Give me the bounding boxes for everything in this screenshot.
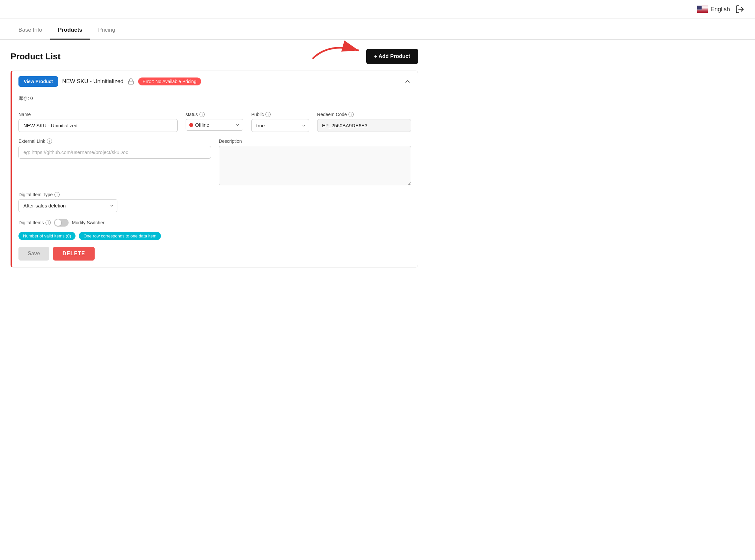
- modify-switcher-label: Modify Switcher: [72, 220, 104, 225]
- collapse-icon[interactable]: [404, 78, 411, 85]
- status-value: Offline: [195, 122, 233, 128]
- svg-rect-14: [697, 6, 701, 9]
- description-label: Description: [219, 139, 411, 144]
- svg-rect-10: [697, 11, 708, 11]
- tab-products[interactable]: Products: [50, 21, 90, 40]
- save-button[interactable]: Save: [18, 247, 49, 261]
- external-link-input[interactable]: [18, 146, 211, 159]
- svg-rect-9: [697, 10, 708, 11]
- digital-item-type-select[interactable]: After-sales deletion Permanent: [18, 199, 117, 212]
- product-list-header: Product List + Add Product: [11, 49, 418, 64]
- digital-item-type-info-icon: i: [55, 192, 60, 197]
- badge-row: Number of valid items (0) One row corres…: [18, 232, 411, 240]
- tab-pricing[interactable]: Pricing: [90, 21, 123, 40]
- external-link-label: External Link i: [18, 139, 211, 144]
- language-selector[interactable]: English: [697, 6, 730, 13]
- status-label: status i: [186, 112, 244, 117]
- language-label: English: [711, 6, 730, 13]
- name-label: Name: [18, 112, 178, 117]
- form-row-1: Name status i Offline: [18, 112, 411, 132]
- product-list-title: Product List: [11, 52, 61, 62]
- form-row-2: External Link i Description: [18, 139, 411, 185]
- svg-rect-8: [697, 9, 708, 10]
- svg-rect-17: [128, 81, 133, 84]
- arrow-annotation: [309, 39, 362, 62]
- public-label: Public i: [251, 112, 309, 117]
- product-form: Name status i Offline: [12, 105, 418, 267]
- public-info-icon: i: [265, 112, 271, 117]
- digital-item-type-group: Digital Item Type i After-sales deletion…: [18, 192, 117, 212]
- product-card-header-left: View Product NEW SKU - Uninitialized Err…: [18, 76, 201, 87]
- tab-base-info[interactable]: Base Info: [11, 21, 50, 40]
- toggle-knob: [55, 219, 61, 226]
- valid-items-badge[interactable]: Number of valid items (0): [18, 232, 76, 240]
- delete-button[interactable]: DELETE: [53, 247, 94, 261]
- external-link-group: External Link i: [18, 139, 211, 185]
- digital-items-info-icon: i: [45, 220, 51, 225]
- name-input[interactable]: [18, 119, 178, 132]
- row-info-badge[interactable]: One row corresponds to one data item: [79, 232, 161, 240]
- redeem-code-label: Redeem Code i: [317, 112, 411, 117]
- digital-item-type-label: Digital Item Type i: [18, 192, 117, 197]
- public-group: Public i true false: [251, 112, 309, 132]
- status-dot: [189, 123, 193, 127]
- logout-icon[interactable]: [735, 5, 744, 14]
- status-info-icon: i: [200, 112, 205, 117]
- status-group: status i Offline: [186, 112, 244, 132]
- public-select[interactable]: true false: [251, 119, 309, 132]
- svg-rect-13: [697, 12, 708, 13]
- redeem-code-info-icon: i: [348, 112, 354, 117]
- sku-name: NEW SKU - Uninitialized: [62, 78, 123, 85]
- description-textarea[interactable]: [219, 146, 411, 185]
- lock-icon: [128, 78, 134, 85]
- description-group: Description: [219, 139, 411, 185]
- product-card-header: View Product NEW SKU - Uninitialized Err…: [12, 71, 418, 92]
- digital-items-label: Digital Items i: [18, 220, 51, 225]
- view-product-button[interactable]: View Product: [18, 76, 58, 87]
- product-card: View Product NEW SKU - Uninitialized Err…: [11, 71, 418, 267]
- redeem-code-group: Redeem Code i: [317, 112, 411, 132]
- stock-info: 库存: 0: [12, 92, 418, 105]
- form-row-3: Digital Item Type i After-sales deletion…: [18, 192, 117, 212]
- main-content: Product List + Add Product View Product …: [0, 40, 429, 277]
- error-badge: Error: No Available Pricing: [138, 78, 201, 85]
- tabs-container: Base Info Products Pricing: [0, 21, 755, 40]
- header: English: [0, 0, 755, 19]
- digital-item-type-select-container: After-sales deletion Permanent: [18, 199, 117, 212]
- external-link-info-icon: i: [47, 139, 52, 144]
- form-actions: Save DELETE: [18, 247, 411, 261]
- add-product-button[interactable]: + Add Product: [366, 49, 418, 64]
- digital-items-toggle[interactable]: [54, 219, 68, 226]
- digital-items-row: Digital Items i Modify Switcher: [18, 219, 411, 226]
- redeem-code-input[interactable]: [317, 119, 411, 132]
- public-select-container: true false: [251, 119, 309, 132]
- flag-icon: [697, 6, 708, 13]
- status-caret-icon: [235, 123, 240, 127]
- status-select[interactable]: Offline: [186, 119, 244, 131]
- svg-rect-12: [697, 12, 708, 13]
- stock-label: 库存: 0: [18, 96, 33, 101]
- svg-rect-11: [697, 11, 708, 12]
- name-group: Name: [18, 112, 178, 132]
